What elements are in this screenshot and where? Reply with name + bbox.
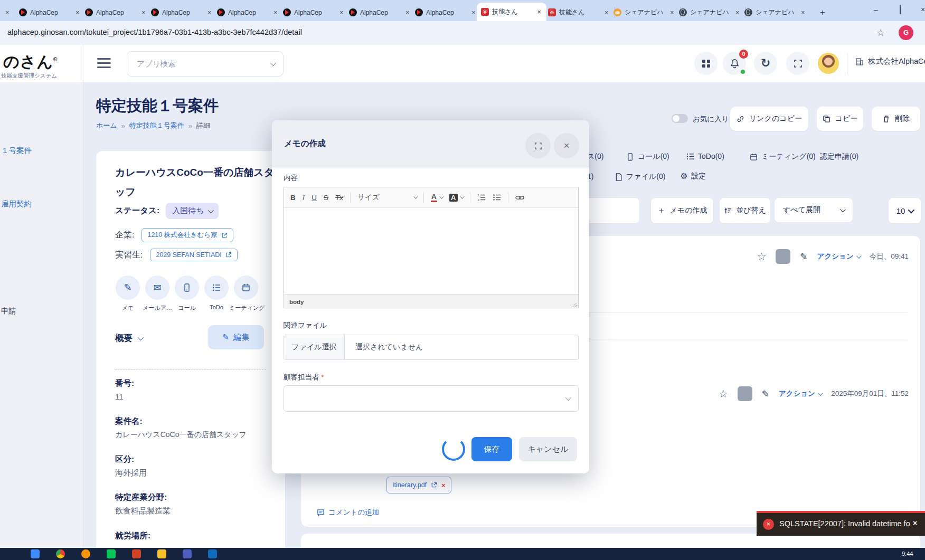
italic-button[interactable]: I <box>303 193 305 202</box>
taskbar-icon-line[interactable] <box>107 549 116 558</box>
expand-all-select[interactable]: すべて展開 <box>774 197 853 223</box>
modal-expand-button[interactable] <box>525 133 551 158</box>
attachment-chip[interactable]: Itinerary.pdf × <box>386 477 451 493</box>
trainee-chip-link[interactable]: 2029 SEFAN SETIADI <box>150 249 237 261</box>
tab-close-icon[interactable]: × <box>206 8 213 16</box>
todo-quick-button[interactable] <box>204 276 229 300</box>
delete-button[interactable]: 削除 <box>872 107 920 131</box>
browser-tab[interactable]: AlphaCep× <box>147 4 219 21</box>
apps-grid-button[interactable] <box>694 52 718 75</box>
tab-close-icon[interactable]: × <box>140 8 147 16</box>
window-restore-button[interactable] <box>900 5 901 14</box>
detail-tab-fragment[interactable]: ス(0) <box>587 152 603 162</box>
new-tab-button[interactable]: + <box>816 4 837 21</box>
detail-tab-files[interactable]: ファイル(0) <box>615 172 665 182</box>
sidebar-item-application[interactable]: 申請 <box>1 306 16 316</box>
status-dropdown[interactable]: 入国待ち <box>166 203 219 219</box>
tab-close-icon[interactable]: × <box>536 8 542 16</box>
app-search-select[interactable]: アプリ検索 <box>127 51 284 77</box>
detail-tab-todo[interactable]: ToDo(0) <box>686 152 724 160</box>
breadcrumb-home-link[interactable]: ホーム <box>96 121 117 130</box>
sidebar-item-case[interactable]: １号案件 <box>1 146 32 156</box>
toast-close-icon[interactable]: × <box>913 519 917 527</box>
sort-button[interactable]: 並び替え <box>719 197 771 224</box>
taskbar-icon-folder[interactable] <box>157 549 166 558</box>
action-dropdown[interactable]: アクション <box>779 389 822 398</box>
page-size-select[interactable]: 10 <box>888 197 921 224</box>
browser-profile-avatar[interactable]: G <box>899 25 913 40</box>
tab-close-icon[interactable]: × <box>74 8 81 16</box>
mail-quick-button[interactable]: ✉ <box>145 276 169 300</box>
address-input[interactable]: alphacep.ginosan.com/tokutei_project/1b1… <box>7 28 302 36</box>
pencil-icon[interactable]: ✎ <box>762 388 769 400</box>
detail-tab-settings[interactable]: ⚙設定 <box>680 171 706 181</box>
favorite-toggle[interactable] <box>672 114 688 123</box>
tab-close-icon[interactable]: × <box>669 8 675 16</box>
text-color-button[interactable]: A <box>431 193 442 202</box>
tab-close-icon[interactable]: × <box>404 8 411 16</box>
bg-color-button[interactable]: A <box>449 194 463 202</box>
tab-close-icon[interactable]: × <box>272 8 279 16</box>
assignee-select[interactable] <box>284 385 579 412</box>
browser-tab[interactable]: ※技能さん× <box>544 4 615 21</box>
browser-tab-active[interactable]: ※技能さん× <box>477 3 546 21</box>
fullscreen-button[interactable] <box>786 52 809 75</box>
strikethrough-button[interactable]: S <box>324 194 328 202</box>
sidebar-item-contract[interactable]: 雇用契約 <box>1 199 32 209</box>
browser-tab[interactable]: シェアナビハ× <box>675 4 746 21</box>
refresh-button[interactable]: ↻ <box>754 52 777 75</box>
detail-tab-meeting[interactable]: ミーティング(0) <box>750 152 816 162</box>
star-icon[interactable]: ☆ <box>757 250 766 263</box>
taskbar-icon-chrome[interactable] <box>56 549 65 558</box>
bold-button[interactable]: B <box>290 194 296 202</box>
memo-quick-button[interactable]: ✎ <box>116 276 140 300</box>
save-button[interactable]: 保存 <box>471 437 512 461</box>
taskbar-icon-edge[interactable] <box>31 549 40 558</box>
window-close-button[interactable]: × <box>921 5 925 14</box>
taskbar-icon-teams[interactable] <box>183 549 192 558</box>
font-size-select[interactable]: サイズ <box>357 193 417 202</box>
taskbar-icon-powerpoint[interactable] <box>132 549 141 558</box>
tab-close-icon[interactable]: × <box>338 8 345 16</box>
detail-tab-certification[interactable]: 認定申請(0) <box>820 152 858 162</box>
tab-close-icon[interactable]: × <box>603 8 610 16</box>
tab-close-icon[interactable]: × <box>470 8 477 16</box>
browser-tab[interactable]: シェアナビハ× <box>740 4 811 21</box>
browser-tab[interactable]: AlphaCep× <box>345 4 417 21</box>
notifications-button[interactable]: 0 <box>723 52 746 75</box>
browser-tab[interactable]: AlphaCep× <box>15 4 87 21</box>
file-select-button[interactable]: ファイル選択 <box>284 335 345 359</box>
resize-grip-icon[interactable] <box>572 302 577 308</box>
star-icon[interactable]: ☆ <box>719 387 728 400</box>
ordered-list-button[interactable]: 12 <box>477 193 486 202</box>
insert-link-button[interactable] <box>515 193 524 202</box>
action-dropdown[interactable]: アクション <box>817 252 860 261</box>
bullet-list-button[interactable] <box>493 193 501 202</box>
taskbar-icon-outlook[interactable] <box>208 549 217 558</box>
clear-format-button[interactable]: Tx <box>335 194 343 202</box>
chevron-down-icon[interactable] <box>138 335 144 340</box>
create-memo-button[interactable]: ＋メモの作成 <box>650 197 714 224</box>
meeting-quick-button[interactable] <box>234 276 258 300</box>
company-chip-link[interactable]: 1210 株式会社きむら家 <box>141 228 233 242</box>
detail-tab-call[interactable]: コール(0) <box>626 152 669 162</box>
editor-content-area[interactable] <box>284 208 578 294</box>
breadcrumb-case-link[interactable]: 特定技能１号案件 <box>129 121 184 130</box>
add-comment-link[interactable]: コメントの追加 <box>317 508 379 517</box>
browser-tab[interactable]: AlphaCep× <box>411 4 483 21</box>
underline-button[interactable]: U <box>312 194 317 202</box>
browser-tab[interactable]: シェアナビハ× <box>609 4 681 21</box>
remove-attachment-icon[interactable]: × <box>441 481 446 489</box>
user-avatar[interactable] <box>817 52 840 75</box>
pencil-icon[interactable]: ✎ <box>800 251 807 262</box>
browser-tab[interactable]: AlphaCep× <box>279 4 351 21</box>
tab-close-icon[interactable]: × <box>4 8 11 16</box>
call-quick-button[interactable] <box>175 276 199 300</box>
window-minimize-button[interactable]: – <box>874 5 878 14</box>
browser-tab[interactable]: AlphaCep× <box>213 4 285 21</box>
tab-close-icon[interactable]: × <box>734 8 741 16</box>
edit-button[interactable]: ✎編集 <box>208 325 264 349</box>
browser-tab[interactable]: AlphaCep× <box>81 4 153 21</box>
bookmark-star-icon[interactable]: ☆ <box>876 27 885 39</box>
cancel-button[interactable]: キャンセル <box>519 437 577 461</box>
